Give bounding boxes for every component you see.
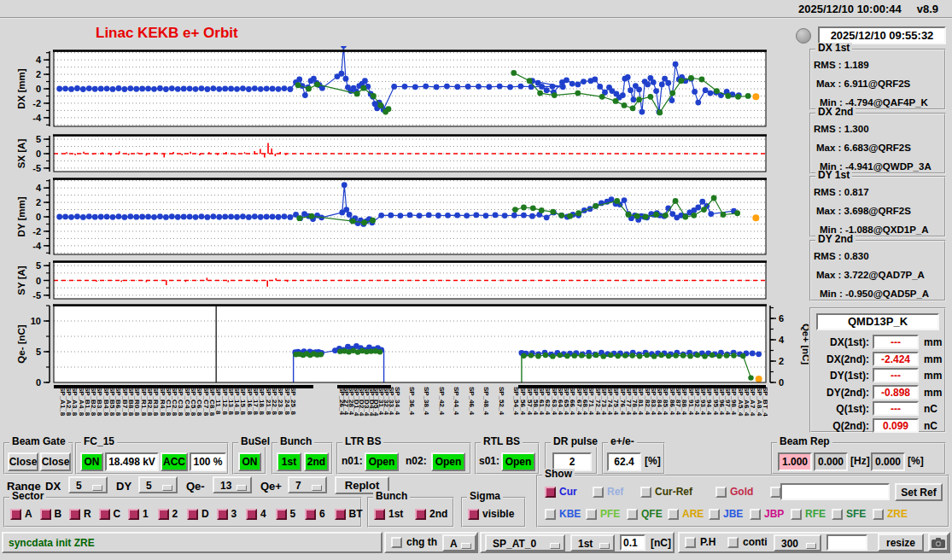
show-sfe-checkbox[interactable]	[832, 509, 843, 520]
svg-text:0: 0	[779, 377, 784, 387]
show-jbp-checkbox[interactable]	[750, 509, 761, 520]
stat-line: RMS : 1.300	[811, 120, 944, 138]
show-qfe-checkbox[interactable]	[627, 509, 638, 520]
device-row-value: -2.424	[873, 352, 919, 366]
stat-line: Max : 3.722@QAD7P_A	[811, 265, 944, 284]
sector-1-checkbox[interactable]	[128, 509, 139, 520]
chg-th-checkbox[interactable]	[391, 537, 402, 548]
ltr-n02-open-button[interactable]: Open	[431, 452, 465, 471]
svg-text:4: 4	[36, 55, 42, 65]
sector-a-checkbox[interactable]	[10, 509, 21, 520]
conti-checkbox[interactable]	[727, 537, 739, 548]
sector-2-checkbox[interactable]	[158, 509, 169, 520]
range-dx-select[interactable]: 5	[68, 476, 108, 493]
device-row-label: Q(2nd):	[832, 419, 869, 434]
sigma-visible-checkbox[interactable]	[468, 509, 479, 520]
show-jbe-checkbox[interactable]	[709, 509, 720, 520]
beam-rep-set-field: 1.000	[778, 452, 812, 471]
range-dy-select[interactable]: 5	[138, 476, 178, 493]
ltr-n01-open-button[interactable]: Open	[365, 452, 399, 471]
show-are-checkbox[interactable]	[668, 509, 679, 520]
show-jbe-label: JBE	[723, 509, 743, 520]
range-qep-select[interactable]: 7	[288, 476, 327, 493]
device-row-unit: nC	[924, 402, 937, 417]
fc15-acc-button[interactable]: ACC	[161, 452, 188, 471]
sp-at-select[interactable]: SP_AT_0	[485, 534, 565, 551]
bunch-1st-button[interactable]: 1st	[277, 452, 301, 471]
sector-4-checkbox[interactable]	[246, 509, 257, 520]
beam-rep-pct-unit: [%]	[908, 455, 924, 467]
nc-threshold-input[interactable]	[620, 534, 645, 551]
dr-pulse-label: DR pulse	[551, 436, 600, 447]
sector-4-label: 4	[260, 509, 266, 520]
show-ref-checkbox[interactable]	[593, 487, 604, 498]
status-message: syncdata init ZRE	[9, 537, 95, 549]
show-pfe-label: PFE	[600, 509, 620, 520]
svg-text:-2: -2	[32, 98, 41, 108]
stat-line: Min : -0.950@QAD5P_A	[811, 284, 944, 303]
show-label: Show	[542, 469, 575, 480]
device-row-unit: mm	[924, 335, 942, 350]
show-jbp-label: JBP	[764, 509, 784, 520]
show-cur-ref-checkbox[interactable]	[640, 487, 651, 498]
busel-on-button[interactable]: ON	[238, 452, 261, 471]
fc15-on-button[interactable]: ON	[80, 452, 103, 471]
sector-5-checkbox[interactable]	[276, 509, 287, 520]
fc15-percent-field: 100 %	[190, 452, 226, 471]
device-row-label: Q(1st):	[836, 402, 869, 417]
conti-label: conti	[743, 537, 768, 548]
show-kbe-checkbox[interactable]	[545, 509, 556, 520]
beam-gate-close-1-button[interactable]: Close	[8, 452, 38, 471]
bpm-name: SP_36_4	[408, 387, 416, 415]
beam-gate-close-2-button[interactable]: Close	[40, 452, 71, 471]
set-ref-button[interactable]: Set Ref	[895, 483, 943, 501]
bunch-2nd-checkbox[interactable]	[415, 509, 426, 520]
main-window: 2025/12/10 10:00:44v8.9 Linac KEKB e+ Or…	[0, 0, 952, 560]
stat-line: RMS : 0.830	[811, 247, 944, 265]
sector-r-checkbox[interactable]	[69, 509, 80, 520]
device-name[interactable]: QMD13P_K	[816, 313, 939, 330]
show-zre-checkbox[interactable]	[873, 509, 884, 520]
bunch-1st-checkbox[interactable]	[374, 509, 385, 520]
show-kbe-label: KBE	[559, 509, 581, 520]
show-zre-label: ZRE	[887, 509, 908, 520]
sector-c-checkbox[interactable]	[99, 509, 110, 520]
sector-3-checkbox[interactable]	[217, 509, 228, 520]
screenshot-button[interactable]	[928, 534, 949, 551]
svg-text:4: 4	[36, 183, 42, 193]
svg-text:10: 10	[31, 316, 41, 326]
stat-title: DY 2nd	[815, 234, 856, 245]
show-gold-checkbox[interactable]	[715, 487, 727, 498]
bpm-name: SP_52_4	[498, 387, 505, 415]
sector-bt-checkbox[interactable]	[335, 509, 346, 520]
sector-d-checkbox[interactable]	[187, 509, 198, 520]
sector-d-label: D	[201, 509, 209, 520]
interval-select[interactable]: 300	[774, 534, 821, 551]
interval-input[interactable]	[826, 534, 867, 551]
bunch-2nd-button[interactable]: 2nd	[304, 452, 329, 471]
stat-line: RMS : 1.189	[811, 55, 944, 74]
fc15-label: FC_15	[81, 436, 117, 447]
rtl-s01-open-button[interactable]: Open	[501, 452, 535, 471]
sector-b-checkbox[interactable]	[40, 509, 51, 520]
range-qem-select[interactable]: 13	[213, 476, 252, 493]
svg-text:2: 2	[36, 69, 41, 79]
resize-button[interactable]: resize	[878, 534, 924, 551]
sector-6-label: 6	[319, 509, 325, 520]
chart-qe: 1050Qe- [nC]6420Qe+ [nC]	[15, 300, 809, 387]
show-cur-checkbox[interactable]	[545, 487, 556, 498]
sector-6-checkbox[interactable]	[305, 509, 316, 520]
ref-name-input[interactable]	[780, 483, 890, 500]
sector-select[interactable]: A	[442, 534, 476, 551]
svg-text:5: 5	[36, 260, 41, 271]
device-row-value: ---	[873, 368, 919, 382]
bpm-name: SP_BT_4	[762, 387, 768, 417]
beam-rep-label: Beam Rep	[777, 436, 832, 447]
show-rfe-checkbox[interactable]	[791, 509, 802, 520]
device-row-label: DX(2nd):	[826, 353, 869, 367]
bunch-sel-select[interactable]: 1st	[570, 534, 615, 551]
sector-label: Sector	[9, 491, 46, 502]
ph-checkbox[interactable]	[685, 537, 696, 548]
show-pfe-checkbox[interactable]	[586, 509, 597, 520]
stat-title: DX 2nd	[815, 107, 856, 118]
